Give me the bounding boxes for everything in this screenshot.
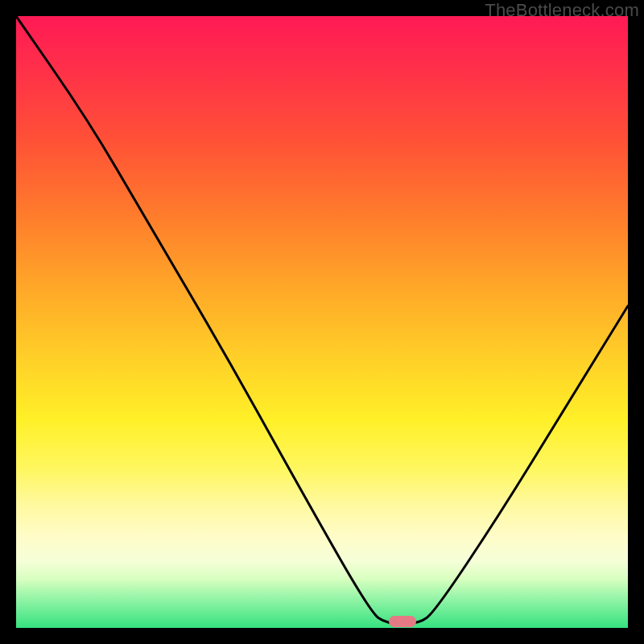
chart-frame — [16, 16, 628, 628]
bottleneck-curve — [16, 16, 628, 628]
watermark-text: TheBottleneck.com — [485, 0, 639, 21]
optimal-marker — [389, 616, 416, 627]
